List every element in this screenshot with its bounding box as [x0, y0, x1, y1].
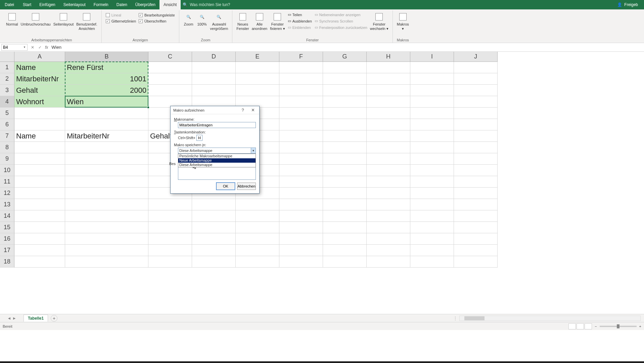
tab-start[interactable]: Start [19, 0, 35, 9]
cell-G2[interactable] [323, 73, 367, 85]
cell-A5[interactable] [14, 108, 65, 119]
cell-B16[interactable] [65, 233, 148, 245]
column-header-E[interactable]: E [236, 52, 279, 62]
row-header-7[interactable]: 7 [0, 130, 14, 142]
store-option-new[interactable]: Neue Arbeitsmappe [178, 158, 256, 163]
fill-handle[interactable] [147, 106, 149, 109]
cell-D1[interactable] [192, 62, 236, 73]
cell-H7[interactable] [367, 130, 410, 142]
cell-I17[interactable] [410, 245, 454, 256]
cell-J9[interactable] [454, 153, 498, 165]
cell-A13[interactable] [14, 199, 65, 210]
cell-C18[interactable] [148, 256, 192, 268]
cell-B13[interactable] [65, 199, 148, 210]
cell-E15[interactable] [236, 222, 279, 233]
cell-E17[interactable] [236, 245, 279, 256]
row-headers[interactable]: 123456789101112131415161718 [0, 62, 14, 268]
cell-C14[interactable] [148, 210, 192, 222]
cell-J2[interactable] [454, 73, 498, 85]
cell-H10[interactable] [367, 165, 410, 176]
cell-I5[interactable] [410, 108, 454, 119]
name-box-dropdown-icon[interactable]: ▼ [23, 46, 26, 49]
store-option-this[interactable]: Diese Arbeitsmappe [178, 163, 256, 167]
cell-G1[interactable] [323, 62, 367, 73]
row-header-9[interactable]: 9 [0, 153, 14, 165]
cell-A2[interactable]: MitarbeiterNr [14, 73, 65, 85]
row-header-2[interactable]: 2 [0, 73, 14, 85]
cell-C17[interactable] [148, 245, 192, 256]
cell-F2[interactable] [279, 73, 323, 85]
share-button[interactable]: Freigeb [624, 2, 638, 7]
tab-ueberpruefen[interactable]: Überprüfen [131, 0, 159, 9]
cell-G4[interactable] [323, 96, 367, 108]
cell-I11[interactable] [410, 176, 454, 188]
cell-G8[interactable] [323, 142, 367, 153]
sheet-tab-active[interactable]: Tabelle1 [24, 315, 48, 322]
fx-icon[interactable]: fx [45, 45, 48, 50]
select-all-corner[interactable] [0, 52, 14, 62]
zoom-out-button[interactable]: − [595, 324, 597, 328]
zoom-button[interactable]: 🔍Zoom [182, 11, 195, 28]
cell-H16[interactable] [367, 233, 410, 245]
cell-B4[interactable]: Wien [65, 96, 148, 108]
cell-G15[interactable] [323, 222, 367, 233]
page-break-preview-button[interactable]: Umbruchvorschau [19, 11, 52, 28]
cell-H9[interactable] [367, 153, 410, 165]
cell-I1[interactable] [410, 62, 454, 73]
cell-E3[interactable] [236, 85, 279, 96]
cell-J10[interactable] [454, 165, 498, 176]
row-header-14[interactable]: 14 [0, 210, 14, 222]
row-header-15[interactable]: 15 [0, 222, 14, 233]
cell-B6[interactable] [65, 119, 148, 130]
dialog-help-button[interactable]: ? [239, 108, 246, 113]
ok-button[interactable]: OK [216, 183, 235, 190]
horizontal-scrollbar-thumb[interactable] [464, 316, 485, 320]
cell-G12[interactable] [323, 188, 367, 199]
cell-F15[interactable] [279, 222, 323, 233]
arrange-all-button[interactable]: Alle anordnen [250, 11, 269, 32]
cell-E1[interactable] [236, 62, 279, 73]
cell-D18[interactable] [192, 256, 236, 268]
macro-name-input[interactable] [178, 122, 256, 128]
cell-F14[interactable] [279, 210, 323, 222]
cell-F13[interactable] [279, 199, 323, 210]
cell-I2[interactable] [410, 73, 454, 85]
cell-E14[interactable] [236, 210, 279, 222]
cell-F6[interactable] [279, 119, 323, 130]
add-sheet-button[interactable]: + [51, 315, 57, 322]
cell-A9[interactable] [14, 153, 65, 165]
cell-D17[interactable] [192, 245, 236, 256]
column-header-F[interactable]: F [279, 52, 323, 62]
cell-G14[interactable] [323, 210, 367, 222]
row-header-10[interactable]: 10 [0, 165, 14, 176]
cell-H2[interactable] [367, 73, 410, 85]
cell-I9[interactable] [410, 153, 454, 165]
cell-C2[interactable] [148, 73, 192, 85]
cell-B8[interactable] [65, 142, 148, 153]
cell-J3[interactable] [454, 85, 498, 96]
cell-J18[interactable] [454, 256, 498, 268]
macros-button[interactable]: Makros ▾ [396, 11, 410, 32]
cell-F18[interactable] [279, 256, 323, 268]
formula-input[interactable]: Wien [49, 45, 644, 50]
cell-H3[interactable] [367, 85, 410, 96]
new-window-button[interactable]: Neues Fenster [235, 11, 250, 32]
cell-F4[interactable] [279, 96, 323, 108]
column-header-I[interactable]: I [410, 52, 454, 62]
cell-G18[interactable] [323, 256, 367, 268]
cell-J5[interactable] [454, 108, 498, 119]
cell-A3[interactable]: Gehalt [14, 85, 65, 96]
row-header-8[interactable]: 8 [0, 142, 14, 153]
store-in-select[interactable]: Diese Arbeitsmappe ▼ Persönliche Makroar… [178, 148, 256, 154]
cell-I18[interactable] [410, 256, 454, 268]
cell-H15[interactable] [367, 222, 410, 233]
cell-C16[interactable] [148, 233, 192, 245]
view-mode-buttons[interactable] [568, 323, 592, 329]
cell-H8[interactable] [367, 142, 410, 153]
zoom-in-button[interactable]: + [639, 324, 641, 328]
cell-G3[interactable] [323, 85, 367, 96]
dialog-close-button[interactable]: ✕ [249, 108, 257, 113]
cell-D14[interactable] [192, 210, 236, 222]
cell-I10[interactable] [410, 165, 454, 176]
cell-A14[interactable] [14, 210, 65, 222]
